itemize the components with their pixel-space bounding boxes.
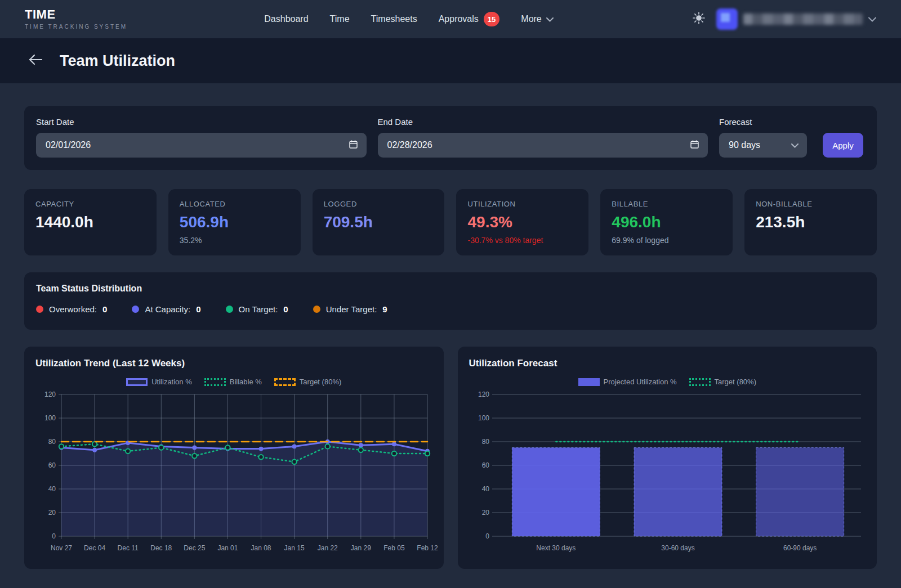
stat-value: 496.0h [612,213,721,231]
status-dot [132,306,139,313]
legend-item[interactable]: Billable % [204,378,262,386]
stat-value: 213.5h [756,213,866,231]
forecast-label: Forecast [719,117,811,127]
apply-button[interactable]: Apply [823,133,863,158]
svg-text:20: 20 [481,509,489,517]
status-label: Under Target: [326,304,377,314]
svg-text:60: 60 [48,461,56,469]
nav-item-approvals[interactable]: Approvals15 [439,12,500,26]
start-date-value: 02/01/2026 [46,140,91,150]
svg-text:100: 100 [478,414,489,422]
stat-card: BILLABLE496.0h69.9% of logged [600,189,733,255]
theme-toggle-button[interactable] [690,11,707,28]
stat-sub: -30.7% vs 80% target [467,236,577,245]
top-nav: TIME TIME TRACKING SYSTEM DashboardTimeT… [0,0,901,38]
status-count: 0 [102,304,107,314]
arrow-left-icon [28,53,43,69]
legend-swatch [204,378,226,386]
stat-card: ALLOCATED506.9h35.2% [168,189,301,255]
svg-text:Jan 15: Jan 15 [284,544,305,552]
legend-item[interactable]: Utilization % [126,378,192,386]
status-item: Under Target: 9 [313,304,387,314]
stat-value: 709.5h [324,213,434,231]
trend-chart-svg: 020406080100120Nov 27Dec 04Dec 11Dec 18D… [35,391,432,555]
legend-label: Projected Utilization % [604,378,677,386]
legend-item[interactable]: Projected Utilization % [578,378,677,386]
legend-item[interactable]: Target (80%) [689,378,756,386]
approvals-badge: 15 [484,12,499,26]
svg-text:100: 100 [44,414,56,422]
calendar-icon[interactable] [349,140,358,151]
svg-text:20: 20 [48,509,56,517]
svg-text:80: 80 [481,438,489,446]
stat-card: NON-BILLABLE213.5h [744,189,877,255]
chevron-down-icon [868,14,876,24]
status-count: 0 [283,304,288,314]
stat-sub: 35.2% [180,236,289,245]
stat-label: UTILIZATION [467,200,577,208]
status-dot [313,306,320,313]
end-date-label: End Date [378,117,708,127]
avatar [716,8,738,30]
stat-value: 506.9h [180,213,289,231]
svg-text:Jan 29: Jan 29 [351,544,371,552]
start-date-input[interactable]: 02/01/2026 [36,133,367,158]
back-button[interactable] [26,51,45,70]
app-logo[interactable]: TIME TIME TRACKING SYSTEM [25,8,127,30]
stat-label: ALLOCATED [180,200,289,208]
nav-item-timesheets[interactable]: Timesheets [371,14,417,24]
legend-label: Target (80%) [715,378,756,386]
main-content: Start Date 02/01/2026 End Date 02/28/202… [0,83,901,569]
chart-legend: Projected Utilization %Target (80%) [469,378,866,386]
svg-text:40: 40 [48,485,56,493]
svg-text:Next 30 days: Next 30 days [536,544,576,552]
main-nav: DashboardTimeTimesheetsApprovals15More [127,12,690,26]
nav-right [690,8,876,30]
svg-text:0: 0 [52,532,56,540]
nav-item-time[interactable]: Time [330,14,350,24]
legend-label: Target (80%) [300,378,341,386]
nav-item-label: More [521,14,541,24]
chart-panel-trend: Utilization Trend (Last 12 Weeks) Utiliz… [24,347,444,569]
stat-label: LOGGED [324,200,434,208]
end-date-input[interactable]: 02/28/2026 [378,133,708,158]
status-item: On Target: 0 [226,304,288,314]
nav-item-label: Dashboard [264,14,308,24]
svg-text:Dec 04: Dec 04 [84,544,105,552]
chevron-down-icon [542,14,554,24]
nav-item-label: Approvals [439,14,479,24]
user-menu[interactable] [716,8,876,30]
nav-item-dashboard[interactable]: Dashboard [264,14,308,24]
legend-item[interactable]: Target (80%) [274,378,341,386]
svg-text:120: 120 [44,390,56,398]
status-item: Overworked: 0 [36,304,107,314]
status-label: At Capacity: [145,304,190,314]
stat-label: CAPACITY [35,200,145,208]
end-date-field: End Date 02/28/2026 [378,117,708,158]
status-dot [226,306,233,313]
chart-panel-forecast: Utilization Forecast Projected Utilizati… [458,347,877,569]
stat-card: LOGGED709.5h [313,189,445,255]
calendar-icon[interactable] [690,140,699,151]
stat-sub: 69.9% of logged [612,236,721,245]
nav-item-more[interactable]: More [521,14,553,24]
nav-item-label: Timesheets [371,14,417,24]
svg-text:Feb 12: Feb 12 [417,544,438,552]
stat-card: CAPACITY1440.0h [24,189,157,255]
svg-text:Feb 05: Feb 05 [383,544,405,552]
svg-text:60: 60 [481,461,489,469]
team-status-panel: Team Status Distribution Overworked: 0At… [24,272,877,330]
logo-title: TIME [25,8,127,21]
svg-text:Jan 22: Jan 22 [318,544,338,552]
status-count: 0 [196,304,200,314]
chart-legend: Utilization %Billable %Target (80%) [35,378,432,386]
chevron-down-icon [791,140,799,150]
start-date-field: Start Date 02/01/2026 [36,117,367,158]
stat-value: 1440.0h [35,213,145,231]
forecast-select[interactable]: 90 days [719,133,807,158]
status-item: At Capacity: 0 [132,304,200,314]
status-dot [36,306,43,313]
stats-row: CAPACITY1440.0hALLOCATED506.9h35.2%LOGGE… [24,189,877,255]
logo-subtitle: TIME TRACKING SYSTEM [25,24,127,30]
svg-text:40: 40 [481,485,489,493]
